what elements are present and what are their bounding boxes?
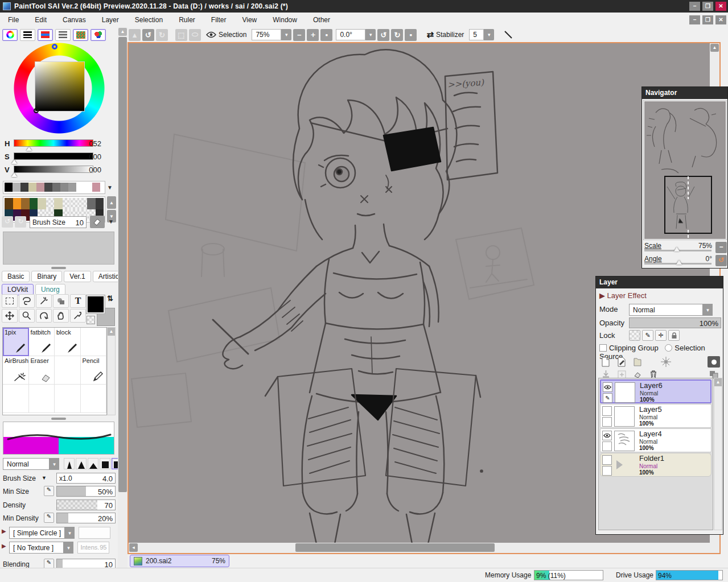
palette-scroll-up[interactable]: ▲ [107,196,116,209]
color-swatch[interactable] [28,183,36,192]
visibility-toggle[interactable] [602,455,612,465]
restore-button[interactable]: ❐ [702,2,713,11]
palette-swatch[interactable] [13,198,22,209]
angle-combo[interactable]: 0.0° ▾ [336,29,376,40]
visibility-toggle[interactable] [603,382,612,392]
scroll-up-icon[interactable]: ▲ [710,44,719,52]
saturation-value-square[interactable] [35,61,85,112]
color-swatch[interactable] [5,183,13,192]
new-layer-icon[interactable] [599,356,612,368]
color-wheel[interactable] [7,46,111,138]
layer-list-scrollbar[interactable]: ▲ [714,378,722,530]
size-unit-dropdown-icon[interactable]: ▼ [42,475,47,481]
palette-swatch[interactable] [63,198,71,209]
brush-shape-dropdown[interactable]: [ Simple Circle ] ▾ [9,527,75,539]
palette-swatch[interactable] [21,198,30,209]
transform-gizmo-icon[interactable] [660,356,672,368]
menu-other[interactable]: Other [305,14,338,26]
hue-slider[interactable] [14,139,93,147]
new-linework-layer-icon[interactable] [615,356,628,368]
transparent-color-swatch[interactable] [87,316,95,324]
mixer-lines-panel-toggle[interactable] [55,29,71,41]
layer-item-layer4[interactable]: Layer4 Normal 100% [600,428,711,452]
texture-intensity-field[interactable]: Intens.95 [77,542,109,554]
menu-view[interactable]: View [234,14,265,26]
scrollbar-thumb[interactable] [295,543,495,552]
eraser-toggle-button[interactable] [90,216,105,228]
panel-scroll-up[interactable]: ▴ [129,29,141,41]
paint-mode-value[interactable]: Normal [3,458,50,470]
edge-shape-3[interactable] [88,458,98,469]
color-swatch[interactable] [20,183,28,192]
paint-mode-dropdown-icon[interactable]: ▾ [50,458,59,470]
navigator-title[interactable]: Navigator [642,87,727,99]
scroll-up-icon[interactable]: ▲ [118,28,127,36]
edge-shape-1[interactable] [64,458,75,469]
zoom-out-button[interactable]: − [293,29,305,41]
layer-mode-dropdown-icon[interactable]: ▾ [703,304,713,316]
brush-size-dropdown-icon[interactable]: ▼ [108,218,114,225]
eyedropper-tool[interactable] [70,309,86,323]
brush-airbrush[interactable]: AirBrush [3,356,29,385]
menu-canvas[interactable]: Canvas [55,14,94,26]
palette-swatch[interactable] [54,198,63,209]
rect-select-tool[interactable] [2,294,18,308]
color-swatch[interactable] [84,183,92,192]
doc-minimize-button[interactable]: – [689,15,700,24]
palette-swatch[interactable] [71,198,79,209]
close-button[interactable]: ✕ [715,2,726,11]
menu-file[interactable]: File [0,14,27,26]
menu-layer[interactable]: Layer [94,14,127,26]
edge-shape-2[interactable] [76,458,87,469]
line-tool-icon[interactable] [504,30,513,39]
rotate-cw-button[interactable]: ↻ [391,29,403,41]
lock-transparency-icon[interactable] [629,330,640,341]
shape-param-field[interactable] [79,527,110,539]
visibility-toggle[interactable] [602,431,612,440]
tab-unorg[interactable]: Unorg [35,284,65,295]
hue-slider-marker[interactable] [26,147,32,151]
shape-tool[interactable] [53,294,69,308]
palette-swatch[interactable] [30,198,38,209]
zoom-reset-button[interactable]: ▪ [320,29,332,41]
visibility-toggle[interactable] [602,406,612,416]
foreground-color-swatch[interactable] [87,295,105,313]
color-swatch[interactable] [52,183,60,192]
brush-size-field[interactable]: Brush Size10 [30,216,87,228]
bars-panel-toggle[interactable] [20,29,35,41]
tab-basic[interactable]: Basic [2,271,30,282]
saturation-slider[interactable] [14,152,93,160]
move-tool[interactable] [2,309,18,323]
rotate-ccw-button[interactable]: ↺ [377,29,389,41]
color-swatch[interactable] [44,183,52,192]
texture-dropdown[interactable]: [ No Texture ] ▾ [9,542,73,554]
layer-mode-value[interactable]: Normal [629,304,703,316]
color-swatch[interactable] [92,183,100,192]
stabilizer-dropdown-icon[interactable]: ▾ [484,29,494,40]
menu-window[interactable]: Window [265,14,305,26]
paint-target-toggle[interactable]: ✎ [603,393,612,403]
lock-paint-icon[interactable]: ✎ [642,330,653,341]
value-slider[interactable] [14,166,93,173]
swatches-panel-toggle[interactable] [73,29,88,41]
mask-button[interactable] [708,356,720,368]
document-tab[interactable]: 200.sai2 75% [130,555,229,567]
layer-effect-expander[interactable]: ▶ Layer Effect [599,291,647,300]
color-wheel-panel-toggle[interactable] [2,29,18,41]
texture-value[interactable]: [ No Texture ] [9,542,64,554]
panel-divider-handle2[interactable] [51,267,66,269]
scale-reset-button[interactable]: − [715,242,727,253]
zoom-combo[interactable]: 75% ▾ [252,29,291,40]
brush-block[interactable]: block [55,328,81,356]
left-panel-scrollbar[interactable]: ▲ ▼ [118,27,127,582]
brush-empty5[interactable] [55,385,81,413]
brush-shape-dropdown-icon[interactable]: ▾ [65,527,75,539]
palette-swatch[interactable] [5,198,13,209]
swap-colors-icon[interactable]: ⇅ [107,294,113,303]
expand-arrow-icon2[interactable]: ▶ [2,543,6,549]
layer-item-folder1[interactable]: Folder1 Normal 100% [600,453,711,477]
brush-1pix[interactable]: 1pix [3,328,29,356]
hand-tool[interactable] [53,309,69,323]
edge-shape-4[interactable] [100,458,110,469]
paint-target-toggle[interactable] [602,417,612,427]
